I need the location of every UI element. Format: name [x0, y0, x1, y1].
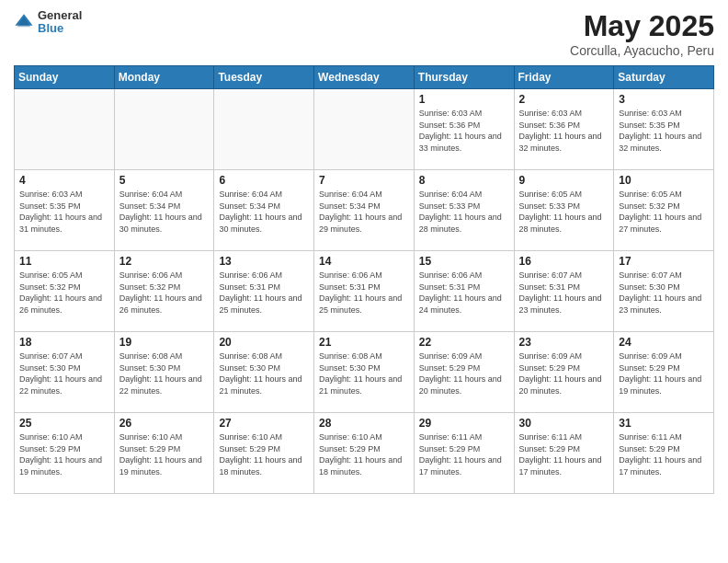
calendar-cell: 9Sunrise: 6:05 AM Sunset: 5:33 PM Daylig… — [514, 170, 614, 251]
day-info: Sunrise: 6:08 AM Sunset: 5:30 PM Dayligh… — [219, 350, 309, 396]
logo: General Blue — [14, 9, 82, 36]
day-number: 28 — [319, 417, 409, 430]
calendar-cell: 24Sunrise: 6:09 AM Sunset: 5:29 PM Dayli… — [614, 332, 714, 413]
weekday-header-friday: Friday — [514, 66, 614, 89]
day-number: 20 — [219, 336, 309, 349]
day-info: Sunrise: 6:07 AM Sunset: 5:30 PM Dayligh… — [619, 270, 709, 316]
calendar-cell: 28Sunrise: 6:10 AM Sunset: 5:29 PM Dayli… — [314, 413, 415, 494]
day-number: 30 — [519, 417, 609, 430]
day-info: Sunrise: 6:08 AM Sunset: 5:30 PM Dayligh… — [319, 350, 409, 396]
day-info: Sunrise: 6:09 AM Sunset: 5:29 PM Dayligh… — [419, 350, 509, 396]
day-info: Sunrise: 6:05 AM Sunset: 5:32 PM Dayligh… — [19, 270, 109, 316]
calendar-cell: 15Sunrise: 6:06 AM Sunset: 5:31 PM Dayli… — [414, 251, 514, 332]
calendar-cell: 22Sunrise: 6:09 AM Sunset: 5:29 PM Dayli… — [414, 332, 514, 413]
day-info: Sunrise: 6:11 AM Sunset: 5:29 PM Dayligh… — [419, 431, 509, 477]
day-info: Sunrise: 6:08 AM Sunset: 5:30 PM Dayligh… — [119, 350, 210, 396]
calendar-cell: 12Sunrise: 6:06 AM Sunset: 5:32 PM Dayli… — [114, 251, 214, 332]
calendar-cell: 8Sunrise: 6:04 AM Sunset: 5:33 PM Daylig… — [414, 170, 514, 251]
logo-line2: Blue — [38, 22, 82, 35]
calendar-cell: 3Sunrise: 6:03 AM Sunset: 5:35 PM Daylig… — [614, 89, 714, 170]
calendar-cell: 18Sunrise: 6:07 AM Sunset: 5:30 PM Dayli… — [15, 332, 115, 413]
calendar-cell: 4Sunrise: 6:03 AM Sunset: 5:35 PM Daylig… — [15, 170, 115, 251]
weekday-header-tuesday: Tuesday — [214, 66, 314, 89]
week-row-2: 4Sunrise: 6:03 AM Sunset: 5:35 PM Daylig… — [15, 170, 714, 251]
day-info: Sunrise: 6:06 AM Sunset: 5:31 PM Dayligh… — [219, 270, 309, 316]
day-info: Sunrise: 6:03 AM Sunset: 5:35 PM Dayligh… — [619, 108, 709, 154]
day-info: Sunrise: 6:09 AM Sunset: 5:29 PM Dayligh… — [519, 350, 609, 396]
calendar-cell: 23Sunrise: 6:09 AM Sunset: 5:29 PM Dayli… — [514, 332, 614, 413]
calendar-cell: 11Sunrise: 6:05 AM Sunset: 5:32 PM Dayli… — [15, 251, 115, 332]
calendar-cell: 2Sunrise: 6:03 AM Sunset: 5:36 PM Daylig… — [514, 89, 614, 170]
day-number: 22 — [419, 336, 509, 349]
day-info: Sunrise: 6:03 AM Sunset: 5:35 PM Dayligh… — [19, 189, 109, 235]
day-number: 21 — [319, 336, 409, 349]
day-number: 19 — [119, 336, 210, 349]
day-number: 31 — [619, 417, 709, 430]
calendar-cell: 7Sunrise: 6:04 AM Sunset: 5:34 PM Daylig… — [314, 170, 415, 251]
day-number: 1 — [419, 93, 509, 106]
calendar-cell: 26Sunrise: 6:10 AM Sunset: 5:29 PM Dayli… — [114, 413, 214, 494]
day-number: 11 — [19, 255, 109, 268]
calendar-cell: 16Sunrise: 6:07 AM Sunset: 5:31 PM Dayli… — [514, 251, 614, 332]
title-area: May 2025 Corculla, Ayacucho, Peru — [570, 9, 714, 58]
day-info: Sunrise: 6:06 AM Sunset: 5:31 PM Dayligh… — [319, 270, 409, 316]
day-info: Sunrise: 6:04 AM Sunset: 5:34 PM Dayligh… — [219, 189, 309, 235]
day-number: 13 — [219, 255, 309, 268]
day-number: 26 — [119, 417, 210, 430]
day-number: 16 — [519, 255, 609, 268]
weekday-header-saturday: Saturday — [614, 66, 714, 89]
day-number: 18 — [19, 336, 109, 349]
day-info: Sunrise: 6:05 AM Sunset: 5:32 PM Dayligh… — [619, 189, 709, 235]
calendar-cell — [214, 89, 314, 170]
day-info: Sunrise: 6:05 AM Sunset: 5:33 PM Dayligh… — [519, 189, 609, 235]
calendar-cell — [15, 89, 115, 170]
day-number: 7 — [319, 174, 409, 187]
day-number: 27 — [219, 417, 309, 430]
calendar-cell: 29Sunrise: 6:11 AM Sunset: 5:29 PM Dayli… — [414, 413, 514, 494]
day-info: Sunrise: 6:10 AM Sunset: 5:29 PM Dayligh… — [119, 431, 210, 477]
calendar-cell: 17Sunrise: 6:07 AM Sunset: 5:30 PM Dayli… — [614, 251, 714, 332]
logo-icon — [14, 12, 34, 32]
day-info: Sunrise: 6:04 AM Sunset: 5:34 PM Dayligh… — [119, 189, 210, 235]
calendar-cell — [314, 89, 415, 170]
calendar-table: SundayMondayTuesdayWednesdayThursdayFrid… — [14, 65, 714, 494]
day-info: Sunrise: 6:10 AM Sunset: 5:29 PM Dayligh… — [219, 431, 309, 477]
calendar-cell: 10Sunrise: 6:05 AM Sunset: 5:32 PM Dayli… — [614, 170, 714, 251]
calendar-cell: 21Sunrise: 6:08 AM Sunset: 5:30 PM Dayli… — [314, 332, 415, 413]
weekday-header-monday: Monday — [114, 66, 214, 89]
calendar-cell: 20Sunrise: 6:08 AM Sunset: 5:30 PM Dayli… — [214, 332, 314, 413]
calendar-cell: 13Sunrise: 6:06 AM Sunset: 5:31 PM Dayli… — [214, 251, 314, 332]
logo-text: General Blue — [38, 9, 82, 36]
calendar-cell: 5Sunrise: 6:04 AM Sunset: 5:34 PM Daylig… — [114, 170, 214, 251]
weekday-header-thursday: Thursday — [414, 66, 514, 89]
weekday-header-row: SundayMondayTuesdayWednesdayThursdayFrid… — [15, 66, 714, 89]
weekday-header-wednesday: Wednesday — [314, 66, 415, 89]
day-number: 8 — [419, 174, 509, 187]
day-info: Sunrise: 6:11 AM Sunset: 5:29 PM Dayligh… — [619, 431, 709, 477]
day-number: 15 — [419, 255, 509, 268]
day-info: Sunrise: 6:09 AM Sunset: 5:29 PM Dayligh… — [619, 350, 709, 396]
calendar-cell: 14Sunrise: 6:06 AM Sunset: 5:31 PM Dayli… — [314, 251, 415, 332]
day-info: Sunrise: 6:03 AM Sunset: 5:36 PM Dayligh… — [519, 108, 609, 154]
day-number: 14 — [319, 255, 409, 268]
day-info: Sunrise: 6:06 AM Sunset: 5:31 PM Dayligh… — [419, 270, 509, 316]
week-row-3: 11Sunrise: 6:05 AM Sunset: 5:32 PM Dayli… — [15, 251, 714, 332]
day-info: Sunrise: 6:11 AM Sunset: 5:29 PM Dayligh… — [519, 431, 609, 477]
month-title: May 2025 — [570, 9, 714, 43]
week-row-1: 1Sunrise: 6:03 AM Sunset: 5:36 PM Daylig… — [15, 89, 714, 170]
calendar-cell: 31Sunrise: 6:11 AM Sunset: 5:29 PM Dayli… — [614, 413, 714, 494]
day-number: 12 — [119, 255, 210, 268]
day-info: Sunrise: 6:06 AM Sunset: 5:32 PM Dayligh… — [119, 270, 210, 316]
day-info: Sunrise: 6:04 AM Sunset: 5:33 PM Dayligh… — [419, 189, 509, 235]
day-number: 3 — [619, 93, 709, 106]
day-number: 5 — [119, 174, 210, 187]
day-number: 25 — [19, 417, 109, 430]
calendar-cell: 1Sunrise: 6:03 AM Sunset: 5:36 PM Daylig… — [414, 89, 514, 170]
week-row-5: 25Sunrise: 6:10 AM Sunset: 5:29 PM Dayli… — [15, 413, 714, 494]
calendar-cell: 27Sunrise: 6:10 AM Sunset: 5:29 PM Dayli… — [214, 413, 314, 494]
day-info: Sunrise: 6:07 AM Sunset: 5:31 PM Dayligh… — [519, 270, 609, 316]
location-subtitle: Corculla, Ayacucho, Peru — [570, 43, 714, 58]
day-info: Sunrise: 6:10 AM Sunset: 5:29 PM Dayligh… — [19, 431, 109, 477]
day-info: Sunrise: 6:03 AM Sunset: 5:36 PM Dayligh… — [419, 108, 509, 154]
day-number: 4 — [19, 174, 109, 187]
